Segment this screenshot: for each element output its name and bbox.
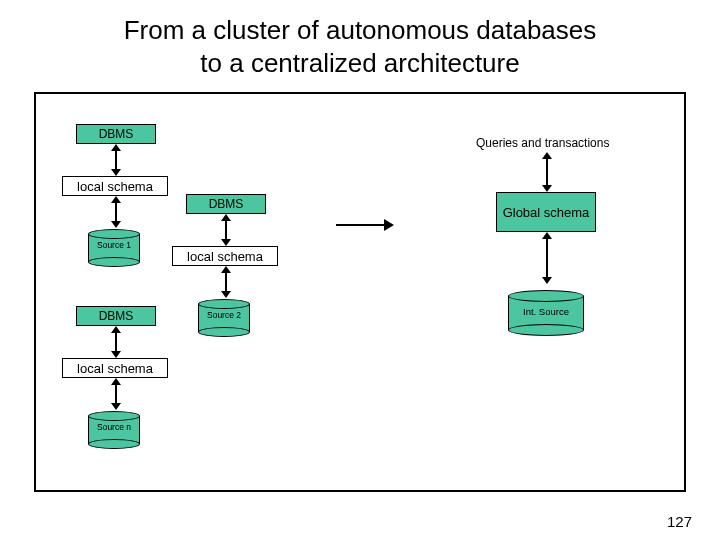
- source2-cylinder: Source 2: [198, 304, 250, 332]
- local-schema-box-2: local schema: [172, 246, 278, 266]
- dbms-label-2: DBMS: [209, 198, 244, 210]
- global-schema-box: Global schema: [496, 192, 596, 232]
- int-source-cylinder: Int. Source: [508, 296, 584, 330]
- arrow-dbms1-schema1: [115, 150, 117, 170]
- local-schema-label-2: local schema: [187, 250, 263, 263]
- slide-title: From a cluster of autonomous databases t…: [0, 0, 720, 89]
- global-schema-label: Global schema: [503, 206, 590, 219]
- sourcen-cylinder: Source n: [88, 416, 140, 444]
- local-schema-box-3: local schema: [62, 358, 168, 378]
- dbms-label-3: DBMS: [99, 310, 134, 322]
- transition-arrow: [336, 224, 386, 226]
- diagram-frame: DBMS local schema Source 1 DBMS local sc…: [34, 92, 686, 492]
- title-line-2: to a centralized architecture: [200, 48, 519, 78]
- local-schema-label-1: local schema: [77, 180, 153, 193]
- arrow-schema3-sourcen: [115, 384, 117, 404]
- arrow-schema2-source2: [225, 272, 227, 292]
- dbms-box-1: DBMS: [76, 124, 156, 144]
- arrow-queries-global: [546, 158, 548, 186]
- page-number: 127: [667, 513, 692, 530]
- source2-label: Source 2: [198, 310, 250, 320]
- local-schema-label-3: local schema: [77, 362, 153, 375]
- dbms-box-3: DBMS: [76, 306, 156, 326]
- sourcen-label: Source n: [88, 422, 140, 432]
- dbms-label-1: DBMS: [99, 128, 134, 140]
- arrow-global-intsource: [546, 238, 548, 278]
- arrow-dbms2-schema2: [225, 220, 227, 240]
- arrow-schema1-source1: [115, 202, 117, 222]
- title-line-1: From a cluster of autonomous databases: [124, 15, 597, 45]
- dbms-box-2: DBMS: [186, 194, 266, 214]
- source1-label: Source 1: [88, 240, 140, 250]
- arrow-dbms3-schema3: [115, 332, 117, 352]
- int-source-label: Int. Source: [508, 306, 584, 317]
- local-schema-box-1: local schema: [62, 176, 168, 196]
- source1-cylinder: Source 1: [88, 234, 140, 262]
- queries-label: Queries and transactions: [476, 136, 609, 150]
